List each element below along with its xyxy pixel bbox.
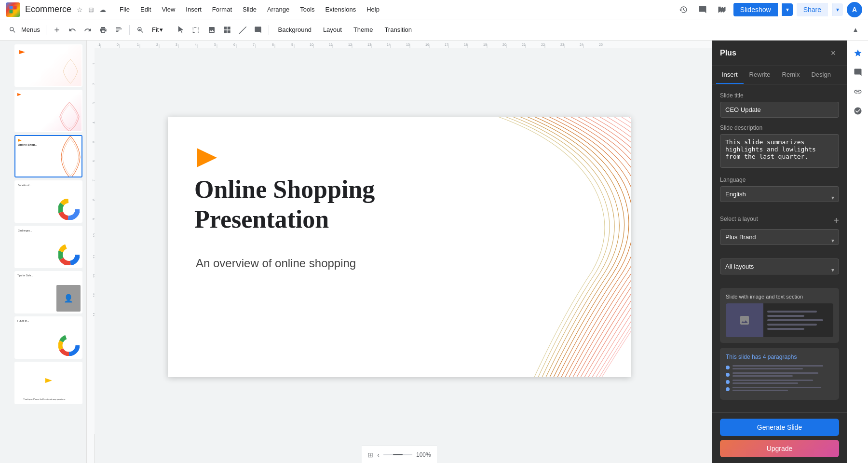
svg-text:25: 25	[599, 43, 603, 46]
redo-button[interactable]	[81, 23, 95, 37]
line-button[interactable]	[236, 23, 249, 37]
plus-panel: Plus × Insert Rewrite Remix Design Slide…	[712, 41, 847, 463]
svg-text:15: 15	[406, 43, 410, 46]
zoom-select[interactable]: Fit ▾	[149, 23, 166, 37]
print-button[interactable]	[96, 23, 110, 37]
bottom-center	[383, 454, 412, 455]
slide-4-wrapper: 4 Benefits of...	[4, 180, 82, 223]
svg-marker-4	[19, 50, 25, 54]
separator-4	[269, 25, 269, 35]
svg-text:5: 5	[214, 43, 216, 46]
search-button[interactable]	[6, 23, 19, 37]
collapse-sidebar-button[interactable]: ‹	[377, 451, 380, 459]
menu-view[interactable]: View	[157, 4, 180, 15]
menu-help[interactable]: Help	[362, 4, 384, 15]
add-slide-button[interactable]	[50, 23, 64, 37]
svg-text:20: 20	[502, 43, 506, 46]
undo-button[interactable]	[66, 23, 79, 37]
slide-subtitle[interactable]: An overview of online shopping	[196, 257, 356, 270]
star-icon[interactable]: ☆	[75, 5, 84, 14]
folder-icon[interactable]: ⊟	[87, 5, 95, 14]
app-logo[interactable]	[6, 2, 20, 17]
present-icon[interactable]	[714, 2, 730, 17]
tab-remix[interactable]: Remix	[776, 66, 806, 84]
right-sidebar-star-button[interactable]	[849, 44, 867, 62]
slideshow-dropdown[interactable]: ▾	[782, 3, 793, 16]
svg-text:0: 0	[117, 43, 119, 46]
svg-text:14: 14	[387, 43, 391, 46]
language-select[interactable]: English Spanish French German	[720, 186, 839, 202]
slide-thumb-3[interactable]: Online Shop...	[14, 135, 82, 177]
slide-thumb-4[interactable]: Benefits of...	[14, 180, 82, 223]
image-insert-button[interactable]	[205, 23, 218, 37]
menu-slide[interactable]: Slide	[238, 4, 261, 15]
shape-button[interactable]	[220, 23, 234, 37]
cursor-tool[interactable]	[174, 23, 188, 37]
layout-card-2[interactable]: This slide has 4 paragraphs	[720, 348, 839, 400]
tab-rewrite[interactable]: Rewrite	[744, 66, 776, 84]
all-layouts-select[interactable]: All layouts	[720, 259, 839, 274]
layout-preview-image-placeholder	[726, 303, 763, 337]
slide-thumb-6[interactable]: Tips for Safe... 👤	[14, 271, 82, 313]
canvas-area: -1 0 1 2 3 4 5 6 7 8 9 10 11 12 13 14 15	[87, 41, 712, 463]
menu-tools[interactable]: Tools	[295, 4, 319, 15]
select-tool[interactable]	[190, 23, 203, 37]
right-sidebar-link-button[interactable]	[849, 83, 867, 100]
upgrade-button[interactable]: Upgrade	[720, 440, 839, 457]
add-layout-button[interactable]: +	[833, 216, 839, 225]
tab-insert[interactable]: Insert	[716, 66, 744, 84]
avatar[interactable]: A	[847, 2, 862, 17]
comment-icon[interactable]	[695, 2, 710, 17]
generate-slide-button[interactable]: Generate Slide	[720, 419, 839, 436]
slide-canvas[interactable]: Online Shopping Presentation An overview…	[168, 117, 631, 377]
svg-text:23: 23	[560, 43, 564, 46]
right-sidebar-comment-button[interactable]	[849, 64, 867, 81]
brand-select-wrapper: Plus Brand ▾	[720, 229, 839, 252]
layout-button[interactable]: Layout	[318, 23, 347, 37]
paragraph-lines-3	[732, 380, 833, 384]
svg-text:7: 7	[253, 43, 255, 46]
language-label: Language	[720, 177, 839, 183]
canvas-inner: 1 2 3 4 5 6 7 8 9 10 11 12 13 14	[87, 48, 712, 446]
slide-thumb-2[interactable]	[14, 90, 82, 132]
brand-select[interactable]: Plus Brand	[720, 229, 839, 245]
layout-line-1	[767, 311, 817, 313]
zoom-button[interactable]	[134, 23, 147, 37]
menu-file[interactable]: File	[115, 4, 135, 15]
menu-format[interactable]: Format	[207, 4, 237, 15]
paint-format-button[interactable]	[112, 23, 125, 37]
transition-button[interactable]: Transition	[380, 23, 417, 37]
bottom-right: 100%	[416, 451, 431, 458]
layout-line-2	[767, 315, 804, 317]
menu-extensions[interactable]: Extensions	[321, 4, 361, 15]
comment-button[interactable]	[251, 23, 265, 37]
history-icon[interactable]	[676, 2, 691, 17]
slide-thumb-8[interactable]: Thank you. Please feel free to ask any q…	[14, 362, 82, 404]
slideshow-button[interactable]: Slideshow	[733, 3, 778, 16]
slide-thumb-5[interactable]: Challenges...	[14, 226, 82, 268]
slide-thumb-1[interactable]	[14, 44, 82, 87]
cloud-icon[interactable]: ☁	[98, 5, 107, 14]
right-sidebar-settings-button[interactable]	[849, 102, 867, 120]
svg-text:9: 9	[291, 43, 293, 46]
menu-insert[interactable]: Insert	[181, 4, 206, 15]
slide-thumb-7[interactable]: Future of...	[14, 316, 82, 359]
tab-design[interactable]: Design	[805, 66, 836, 84]
theme-button[interactable]: Theme	[349, 23, 378, 37]
collapse-toolbar-button[interactable]: ▲	[849, 23, 862, 37]
layout-card-1[interactable]: Slide with image and text section	[720, 288, 839, 343]
menu-edit[interactable]: Edit	[136, 4, 156, 15]
share-button[interactable]: Share	[797, 3, 828, 16]
share-dropdown[interactable]: ▾	[832, 3, 843, 16]
plus-close-button[interactable]: ×	[827, 47, 839, 59]
plus-body: Slide title Slide description This slide…	[712, 84, 847, 412]
slide-title-input[interactable]	[720, 102, 839, 118]
background-button[interactable]: Background	[273, 23, 316, 37]
grid-view-button[interactable]: ⊞	[367, 451, 373, 459]
menu-arrange[interactable]: Arrange	[262, 4, 294, 15]
svg-marker-19	[45, 378, 52, 383]
zoom-chevron: ▾	[160, 26, 163, 33]
toolbar: Menus Fit ▾ Backgrou	[0, 19, 868, 41]
slide-description-textarea[interactable]: This slide summarizes highlights and low…	[720, 134, 839, 168]
ruler-horizontal: -1 0 1 2 3 4 5 6 7 8 9 10 11 12 13 14 15	[87, 41, 712, 48]
